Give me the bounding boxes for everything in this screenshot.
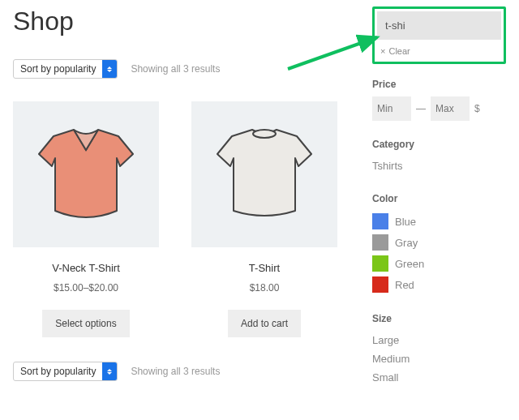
search-input[interactable] — [377, 11, 501, 40]
filter-title-color: Color — [372, 193, 506, 204]
svg-point-0 — [253, 130, 276, 138]
color-label: Red — [395, 279, 414, 291]
sort-select[interactable]: Sort by popularity — [13, 59, 118, 79]
product-grid: V-Neck T-Shirt $15.00–$20.00 Select opti… — [13, 101, 356, 337]
filter-title-size: Size — [372, 313, 506, 324]
chevrons-icon — [102, 362, 117, 380]
price-currency: $ — [474, 103, 480, 114]
product-name: T-Shirt — [191, 262, 337, 274]
size-item[interactable]: Medium — [372, 349, 506, 368]
color-label: Blue — [395, 216, 416, 228]
size-item[interactable]: Large — [372, 331, 506, 349]
price-dash: — — [416, 103, 426, 114]
price-filter: Price — $ — [372, 79, 506, 121]
product-card: V-Neck T-Shirt $15.00–$20.00 Select opti… — [13, 101, 159, 337]
tshirt-vneck-icon — [29, 122, 143, 227]
filter-title-category: Category — [372, 139, 506, 150]
color-swatch — [372, 234, 388, 251]
select-options-button[interactable]: Select options — [42, 310, 129, 337]
top-toolbar: Sort by popularity Showing all 3 results — [13, 59, 356, 79]
close-icon: × — [380, 46, 385, 56]
filter-title-price: Price — [372, 79, 506, 90]
product-image[interactable] — [191, 101, 337, 247]
bottom-toolbar: Sort by popularity Showing all 3 results — [13, 362, 356, 381]
color-swatch — [372, 255, 388, 272]
add-to-cart-button[interactable]: Add to cart — [228, 310, 301, 337]
size-filter: Size Large Medium Small — [372, 313, 506, 387]
color-option-green[interactable]: Green — [372, 253, 506, 274]
category-filter: Category Tshirts — [372, 139, 506, 175]
size-item[interactable]: Small — [372, 368, 506, 387]
product-price: $18.00 — [191, 282, 337, 294]
product-name: V-Neck T-Shirt — [13, 262, 159, 274]
color-label: Gray — [395, 237, 418, 249]
clear-label: Clear — [388, 46, 410, 56]
color-option-red[interactable]: Red — [372, 274, 506, 295]
color-label: Green — [395, 258, 424, 270]
sidebar: × Clear Price — $ Category Tshirts Color… — [372, 6, 506, 405]
page-title: Shop — [13, 6, 356, 36]
product-image[interactable] — [13, 101, 159, 247]
clear-search-link[interactable]: × Clear — [377, 40, 501, 59]
result-count: Showing all 3 results — [131, 366, 220, 377]
product-price: $15.00–$20.00 — [13, 282, 159, 294]
color-option-blue[interactable]: Blue — [372, 211, 506, 232]
result-count: Showing all 3 results — [131, 63, 220, 75]
color-swatch — [372, 276, 388, 293]
color-option-gray[interactable]: Gray — [372, 232, 506, 253]
product-card: T-Shirt $18.00 Add to cart — [191, 101, 337, 337]
price-max-input[interactable] — [431, 96, 470, 121]
color-swatch — [372, 213, 388, 229]
category-item[interactable]: Tshirts — [372, 156, 506, 175]
sort-select-label: Sort by popularity — [14, 63, 102, 75]
tshirt-icon — [208, 122, 321, 227]
chevrons-icon — [102, 60, 117, 78]
sort-select-label: Sort by popularity — [14, 366, 102, 377]
search-highlight-box: × Clear — [372, 6, 506, 64]
price-min-input[interactable] — [372, 96, 411, 121]
sort-select[interactable]: Sort by popularity — [13, 362, 118, 381]
color-filter: Color Blue Gray Green Red — [372, 193, 506, 295]
